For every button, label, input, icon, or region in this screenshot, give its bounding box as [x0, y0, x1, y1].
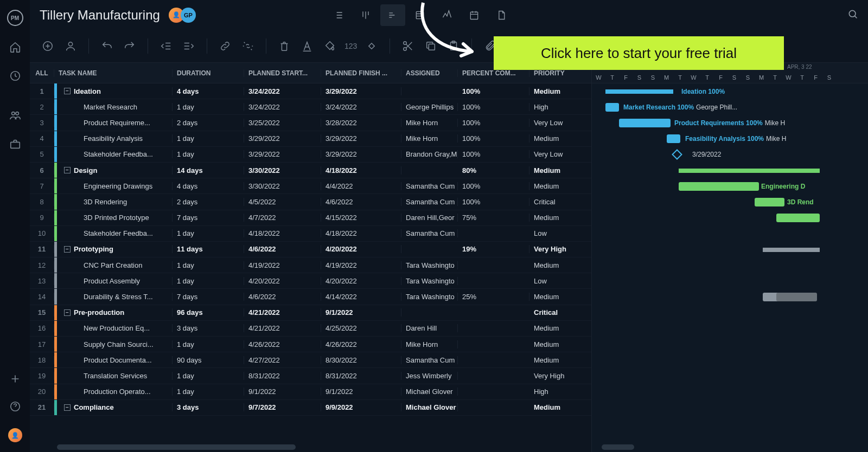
fill-color-icon[interactable] [322, 38, 338, 54]
cell-duration[interactable]: 1 day [173, 277, 244, 285]
cell-assigned[interactable]: Mike Horn [401, 134, 458, 143]
cell-priority[interactable]: Medium [529, 324, 588, 332]
cell-priority[interactable]: Very High [529, 245, 588, 253]
cell-assigned[interactable]: Tara Washingto [401, 277, 458, 285]
link-icon[interactable] [217, 38, 233, 54]
cell-start[interactable]: 4/6/2022 [244, 293, 321, 301]
gantt-summary-bar[interactable] [763, 248, 820, 252]
cell-start[interactable]: 3/24/2022 [244, 103, 321, 111]
cell-percent[interactable]: 100% [458, 150, 529, 158]
cell-priority[interactable]: Medium [529, 403, 588, 411]
col-duration[interactable]: DURATION [173, 69, 244, 77]
col-planned-finish[interactable]: PLANNED FINISH ... [321, 69, 401, 77]
task-row[interactable]: 2Market Research1 day3/24/20223/24/2022G… [30, 99, 591, 115]
cell-start[interactable]: 3/30/2022 [244, 182, 321, 190]
cell-percent[interactable]: 100% [458, 182, 529, 190]
cell-priority[interactable]: Very High [529, 372, 588, 380]
gantt-task-bar[interactable] [763, 293, 817, 301]
cell-start[interactable]: 8/31/2022 [244, 372, 321, 380]
cell-finish[interactable]: 4/25/2022 [321, 324, 401, 332]
milestone-icon[interactable] [363, 38, 380, 54]
cell-start[interactable]: 4/18/2022 [244, 229, 321, 237]
cell-duration[interactable]: 1 day [173, 388, 244, 396]
cell-assigned[interactable]: Samantha Cum [401, 198, 458, 206]
outdent-icon[interactable] [158, 38, 174, 54]
col-task-name[interactable]: TASK NAME [54, 69, 173, 77]
cell-finish[interactable]: 3/29/2022 [321, 150, 401, 158]
cell-assigned[interactable]: Samantha Cum [401, 356, 458, 364]
cell-finish[interactable]: 8/31/2022 [321, 372, 401, 380]
gantt-summary-bar[interactable] [605, 89, 673, 94]
cell-duration[interactable]: 96 days [173, 308, 244, 317]
cell-percent[interactable]: 75% [458, 214, 529, 222]
gantt-task-bar[interactable] [776, 214, 820, 222]
col-planned-start[interactable]: PLANNED START... [244, 69, 321, 77]
cell-assigned[interactable]: Michael Glover [401, 403, 458, 411]
recent-icon[interactable] [9, 70, 21, 83]
cell-finish[interactable]: 4/14/2022 [321, 293, 401, 301]
cell-assigned[interactable]: Tara Washingto [401, 261, 458, 269]
cell-priority[interactable]: High [529, 388, 588, 396]
cell-duration[interactable]: 3 days [173, 403, 244, 411]
cell-assigned[interactable]: Jess Wimberly [401, 372, 458, 380]
cell-start[interactable]: 3/29/2022 [244, 150, 321, 158]
task-row[interactable]: 11−Prototyping11 days4/6/20224/20/202219… [30, 242, 591, 257]
cell-assigned[interactable]: George Phillips [401, 103, 458, 111]
home-icon[interactable] [9, 41, 21, 55]
cell-finish[interactable]: 4/18/2022 [321, 166, 401, 175]
cell-priority[interactable]: Medium [529, 166, 588, 175]
cell-start[interactable]: 4/6/2022 [244, 245, 321, 253]
cell-duration[interactable]: 1 day [173, 150, 244, 158]
cell-finish[interactable]: 9/1/2022 [321, 388, 401, 396]
cell-duration[interactable]: 1 day [173, 103, 244, 111]
task-row[interactable]: 10Stakeholder Feedba...1 day4/18/20224/1… [30, 226, 591, 242]
cell-percent[interactable]: 100% [458, 87, 529, 95]
collapse-toggle[interactable]: − [64, 88, 71, 94]
cell-start[interactable]: 3/24/2022 [244, 87, 321, 95]
collapse-toggle[interactable]: − [64, 309, 71, 316]
user-avatar[interactable]: 👤 [8, 428, 22, 442]
cell-priority[interactable]: High [529, 103, 588, 111]
cell-priority[interactable]: Low [529, 229, 588, 237]
collapse-toggle[interactable]: − [64, 246, 71, 253]
cell-duration[interactable]: 4 days [173, 182, 244, 190]
task-row[interactable]: 6−Design14 days3/30/20224/18/202280%Medi… [30, 163, 591, 178]
cell-finish[interactable]: 4/4/2022 [321, 182, 401, 190]
cell-finish[interactable]: 4/18/2022 [321, 229, 401, 237]
task-row[interactable]: 5Stakeholder Feedba...1 day3/29/20223/29… [30, 147, 591, 163]
cell-finish[interactable]: 4/19/2022 [321, 261, 401, 269]
cell-finish[interactable]: 4/20/2022 [321, 277, 401, 285]
gantt-task-bar[interactable] [605, 103, 619, 112]
cell-start[interactable]: 9/1/2022 [244, 388, 321, 396]
cell-duration[interactable]: 3 days [173, 324, 244, 332]
cell-start[interactable]: 4/21/2022 [244, 324, 321, 332]
task-row[interactable]: 93D Printed Prototype7 days4/7/20224/15/… [30, 210, 591, 226]
briefcase-icon[interactable] [9, 138, 21, 152]
task-row[interactable]: 19Translation Services1 day8/31/20228/31… [30, 368, 591, 384]
cell-start[interactable]: 9/7/2022 [244, 403, 321, 411]
task-row[interactable]: 1−Ideation4 days3/24/20223/29/2022100%Me… [30, 83, 591, 99]
cell-duration[interactable]: 2 days [173, 198, 244, 206]
cell-priority[interactable]: Medium [529, 87, 588, 95]
task-row[interactable]: 13Product Assembly1 day4/20/20224/20/202… [30, 273, 591, 289]
undo-icon[interactable] [99, 38, 115, 54]
app-logo[interactable]: PM [7, 10, 23, 26]
cell-priority[interactable]: Medium [529, 293, 588, 301]
cell-duration[interactable]: 14 days [173, 166, 244, 175]
text-style-icon[interactable] [299, 38, 315, 54]
task-row[interactable]: 17Supply Chain Sourci...1 day4/26/20224/… [30, 337, 591, 352]
help-icon[interactable] [9, 401, 21, 414]
gantt-task-bar[interactable] [667, 134, 680, 143]
cell-assigned[interactable]: Daren Hill,Geor [401, 214, 458, 222]
cell-finish[interactable]: 4/20/2022 [321, 245, 401, 253]
redo-icon[interactable] [122, 38, 138, 54]
unlink-icon[interactable] [240, 38, 256, 54]
cell-assigned[interactable]: Tara Washingto [401, 293, 458, 301]
cell-start[interactable]: 4/26/2022 [244, 340, 321, 348]
cell-priority[interactable]: Low [529, 277, 588, 285]
cell-finish[interactable]: 4/15/2022 [321, 214, 401, 222]
gantt-summary-bar[interactable] [679, 169, 820, 173]
cell-start[interactable]: 4/27/2022 [244, 356, 321, 364]
search-icon[interactable] [847, 9, 858, 21]
cell-duration[interactable]: 1 day [173, 372, 244, 380]
